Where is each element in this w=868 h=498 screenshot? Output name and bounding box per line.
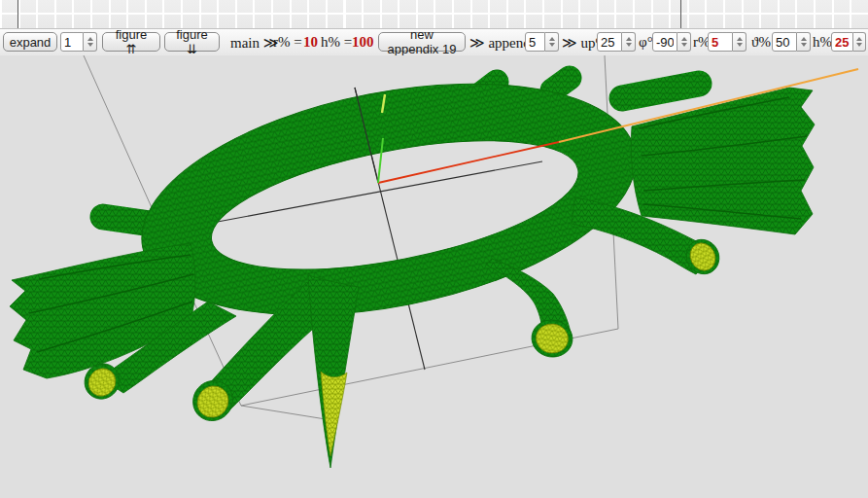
scene-canvas [0,55,868,498]
spin-down-icon[interactable] [737,43,743,47]
app-window: expand figure ⇈ figure ⇊ main ≫ r% = 10 … [0,0,868,498]
spin-down-icon[interactable] [87,43,93,47]
up-percent-input[interactable] [597,32,622,52]
spin-up-icon[interactable] [681,37,687,41]
theta-spinner[interactable] [772,32,811,52]
spin-up-icon[interactable] [737,37,743,41]
appendix-h-input[interactable] [831,32,853,52]
appendix-r-spin-buttons[interactable] [733,32,746,52]
spin-down-icon[interactable] [856,43,862,47]
spin-up-icon[interactable] [87,37,93,41]
spin-up-icon[interactable] [801,37,807,41]
new-appendix-button[interactable]: new appendix 19 [378,32,466,52]
main-r-value: 10 [303,34,318,51]
appendix-h-label: h% [813,34,832,51]
theta-input[interactable] [772,32,797,52]
appendix-r-spinner[interactable] [708,32,746,52]
spin-down-icon[interactable] [801,43,807,47]
main-label: main ≫ [230,34,278,52]
mesh-model [10,55,815,468]
ruler-marker [680,0,681,28]
ruler-marker [17,0,18,28]
viewport-3d[interactable] [0,55,868,498]
spin-down-icon[interactable] [626,43,632,47]
up-percent-spinner[interactable] [597,32,636,52]
appendix-h-spinner[interactable] [831,32,866,52]
figure-down-button[interactable]: figure ⇊ [164,32,220,52]
appendix-h-spin-buttons[interactable] [853,32,866,52]
spin-up-icon[interactable] [549,37,555,41]
appendix-spin-buttons[interactable] [545,32,559,52]
figure-number-spin-buttons[interactable] [84,32,97,52]
theta-spin-buttons[interactable] [797,32,811,52]
figure-number-spinner[interactable] [60,32,97,52]
appendix-input[interactable] [525,32,545,52]
ruler-gap [343,0,346,28]
main-h-label: h% = [321,34,352,51]
flare-right [631,88,815,234]
spin-up-icon[interactable] [856,37,862,41]
up-percent-spin-buttons[interactable] [622,32,636,52]
spin-down-icon[interactable] [681,43,687,47]
main-h-value: 100 [352,34,374,51]
figure-number-input[interactable] [60,32,84,52]
phi-spin-buttons[interactable] [677,32,691,52]
phi-label: φ° [639,34,653,51]
main-r-label: r% = [273,34,302,51]
phi-spinner[interactable] [652,32,691,52]
theta-label: ϑ% [751,34,771,51]
figure-up-button[interactable]: figure ⇈ [102,32,160,52]
spin-down-icon[interactable] [549,43,555,47]
grid-strip[interactable] [0,0,868,29]
phi-input[interactable] [652,32,677,52]
expand-button[interactable]: expand [3,32,57,52]
toolbar: expand figure ⇈ figure ⇊ main ≫ r% = 10 … [0,29,868,56]
spike-appendage [308,275,359,468]
appendix-spinner[interactable] [525,32,559,52]
spin-up-icon[interactable] [626,37,632,41]
appendix-r-input[interactable] [708,32,733,52]
